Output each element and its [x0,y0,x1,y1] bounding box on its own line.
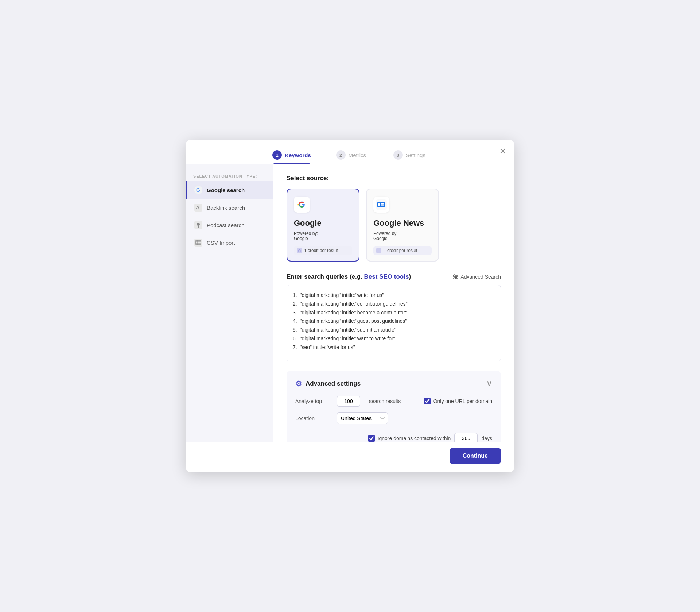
sidebar: SELECT AUTOMATION TYPE: G Google search … [186,164,273,442]
google-news-card-powered: Powered by: Google [373,231,432,241]
svg-rect-21 [381,205,384,206]
chevron-down-icon: ∨ [486,379,492,388]
adv-settings-header: ⚙ Advanced settings ∨ [295,379,492,388]
close-button[interactable]: ✕ [499,147,506,156]
step-num-3: 3 [393,150,403,160]
ignore-domains-checkbox[interactable] [368,435,375,442]
search-results-label: search results [369,398,401,404]
step-label-settings: Settings [406,152,425,158]
modal-body: SELECT AUTOMATION TYPE: G Google search … [186,164,514,442]
ignore-days-input[interactable] [454,433,478,442]
only-one-url-group: Only one URL per domain [424,398,492,404]
google-card-credit: ⬡ 1 credit per result [294,246,352,255]
adv-settings-collapse-button[interactable]: ∨ [486,379,492,388]
google-news-card-icon [373,197,389,213]
sidebar-item-label-csv: CSV Import [207,240,235,246]
sidebar-item-label-backlink: Backlink search [207,205,245,211]
main-panel: Select source: Google Powered by: [273,164,514,442]
google-news-card-name: Google News [373,218,432,228]
only-one-url-label[interactable]: Only one URL per domain [424,398,492,404]
queries-title-highlight: Best SEO tools [364,273,409,280]
ignore-domains-text: Ignore domains contacted within [378,435,451,441]
continue-button[interactable]: Continue [450,448,501,464]
google-news-card-credit: 1 credit per result [373,246,432,255]
sidebar-header-label: SELECT AUTOMATION TYPE: [186,170,273,181]
google-card-icon [294,197,310,213]
google-icon: G [194,186,202,194]
advanced-settings: ⚙ Advanced settings ∨ Analyze top search… [287,371,501,442]
svg-rect-8 [197,228,200,228]
only-one-url-checkbox[interactable] [424,398,431,404]
svg-point-27 [455,276,457,278]
steps-header: 1 Keywords 2 Metrics 3 Settings [186,140,514,164]
svg-point-26 [454,275,455,276]
location-select[interactable]: United States United Kingdom Canada Aust… [337,412,388,424]
svg-text:a: a [196,205,199,210]
modal: ✕ 1 Keywords 2 Metrics 3 Settings [186,140,514,472]
advanced-search-button[interactable]: Advanced Search [452,274,501,280]
adv-row-location: Location United States United Kingdom Ca… [295,412,492,442]
svg-rect-22 [376,248,381,253]
select-source-title: Select source: [287,175,501,182]
step-label-keywords: Keywords [285,152,311,158]
adv-settings-title-text: Advanced settings [306,380,361,387]
svg-point-5 [197,223,200,226]
source-card-google[interactable]: Google Powered by: Google ⬡ 1 credit per… [287,189,359,262]
sidebar-item-google-search[interactable]: G Google search [186,181,273,199]
sidebar-item-label-google-search: Google search [207,187,245,193]
svg-rect-20 [381,204,384,205]
podcast-icon [194,221,202,229]
sliders-icon [452,274,458,280]
queries-title-close: ) [409,273,411,280]
backlink-icon: a [194,204,202,212]
svg-rect-19 [381,203,384,204]
step-num-2: 2 [336,150,346,160]
step-metrics[interactable]: 2 Metrics [333,150,369,164]
queries-textarea[interactable] [287,285,501,361]
ignore-domains-group: Ignore domains contacted within days [368,433,492,442]
google-card-powered: Powered by: Google [294,231,352,241]
svg-text:G: G [196,187,200,193]
sidebar-item-backlink-search[interactable]: a Backlink search [186,199,273,216]
credit-icon-google: ⬡ [297,248,302,253]
ignore-domains-label[interactable]: Ignore domains contacted within [368,435,451,442]
ignore-days-suffix: days [481,435,492,441]
modal-footer: Continue [186,442,514,472]
svg-rect-18 [378,203,380,206]
queries-title-plain: Enter search queries (e.g. [287,273,364,280]
svg-text:⬡: ⬡ [298,249,301,253]
analyze-top-input[interactable] [337,396,360,407]
adv-row-analyze: Analyze top search results Only one URL … [295,396,492,407]
analyze-top-label: Analyze top [295,398,328,404]
sidebar-item-podcast-search[interactable]: Podcast search [186,216,273,234]
step-label-metrics: Metrics [349,152,366,158]
only-one-url-text: Only one URL per domain [433,398,492,404]
svg-point-28 [454,278,455,279]
sidebar-item-label-podcast: Podcast search [207,222,244,228]
location-label: Location [295,415,328,421]
gear-icon: ⚙ [295,379,302,388]
advanced-search-label: Advanced Search [460,274,501,280]
credit-icon-news [376,248,381,253]
csv-icon [194,239,202,247]
source-card-google-news[interactable]: Google News Powered by: Google 1 credit … [366,189,439,262]
google-card-name: Google [294,218,352,228]
queries-header: Enter search queries (e.g. Best SEO tool… [287,273,501,280]
source-cards: Google Powered by: Google ⬡ 1 credit per… [287,189,501,262]
step-keywords[interactable]: 1 Keywords [272,150,311,164]
sidebar-item-csv-import[interactable]: CSV Import [186,234,273,251]
adv-settings-title: ⚙ Advanced settings [295,379,361,388]
queries-title: Enter search queries (e.g. Best SEO tool… [287,273,411,280]
step-num-1: 1 [272,150,282,160]
step-settings[interactable]: 3 Settings [391,150,428,164]
